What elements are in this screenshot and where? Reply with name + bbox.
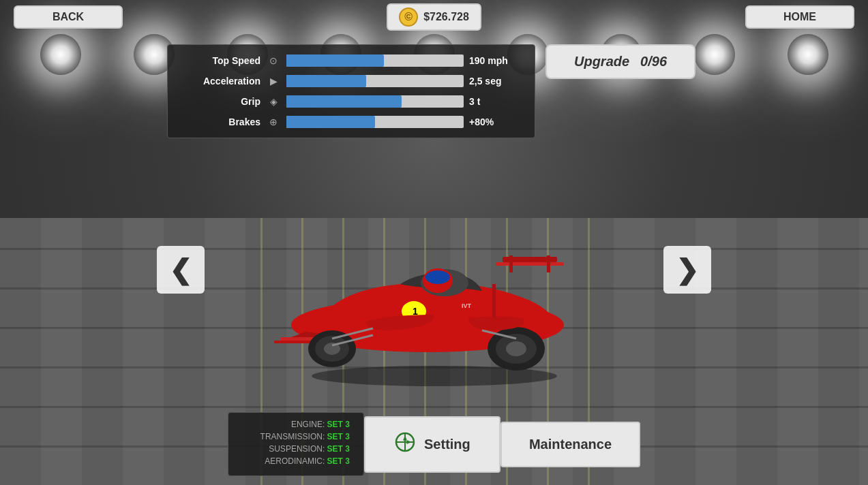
stat-row-grip: Grip ◈ 3 t: [179, 94, 524, 109]
stat-label-top-speed: Top Speed: [179, 55, 260, 66]
car-svg: 1 IVT: [264, 213, 605, 396]
light-8: [694, 34, 735, 75]
svg-text:IVT: IVT: [462, 302, 472, 309]
stat-bar-container-grip: [286, 95, 464, 108]
svg-marker-28: [406, 440, 412, 444]
svg-point-8: [425, 270, 450, 284]
upgrade-label: Upgrade: [574, 54, 629, 69]
stat-icon-top-speed: ⊙: [266, 53, 281, 68]
car-specs-panel: ENGINE: SET 3 TRANSMISSION: SET 3 SUSPEN…: [228, 412, 364, 476]
svg-marker-27: [403, 435, 407, 441]
stat-bar-fill-grip: [286, 95, 402, 108]
currency-icon: ©: [399, 7, 418, 27]
spec-value-aerodinamic: SET 3: [327, 456, 350, 466]
currency-amount: $726.728: [423, 11, 469, 23]
stat-icon-grip: ◈: [266, 94, 281, 109]
top-bar: BACK © $726.728 HOME: [0, 0, 868, 34]
spec-value-transmission: SET 3: [327, 432, 350, 441]
upgrade-panel[interactable]: Upgrade 0/96: [545, 44, 695, 79]
spec-row-transmission: TRANSMISSION: SET 3: [242, 432, 350, 441]
svg-point-15: [506, 341, 526, 356]
svg-rect-4: [547, 255, 550, 272]
nav-arrow-left[interactable]: ❮: [157, 246, 205, 294]
upgrade-value: 0/96: [640, 54, 667, 69]
stat-label-grip: Grip: [179, 96, 260, 107]
spec-value-suspension: SET 3: [327, 444, 350, 454]
bottom-panel: ENGINE: SET 3 TRANSMISSION: SET 3 SUSPEN…: [0, 403, 868, 485]
stat-bar-container-brakes: [286, 116, 464, 128]
stat-value-acceleration: 2,5 seg: [469, 76, 524, 87]
nav-arrow-right[interactable]: ❯: [663, 246, 711, 294]
back-button[interactable]: BACK: [14, 5, 123, 29]
stat-value-top-speed: 190 mph: [469, 55, 524, 66]
stat-value-grip: 3 t: [469, 96, 524, 107]
left-arrow-icon: ❮: [169, 254, 192, 285]
spec-row-aerodinamic: AERODINAMIC: SET 3: [242, 456, 350, 466]
stat-label-brakes: Brakes: [179, 116, 260, 127]
maintenance-button[interactable]: Maintenance: [500, 422, 640, 467]
stat-bar-fill-acceleration: [286, 75, 366, 87]
stat-row-top-speed: Top Speed ⊙ 190 mph: [179, 53, 524, 68]
setting-button[interactable]: Setting: [364, 416, 500, 473]
home-button[interactable]: HOME: [745, 5, 854, 29]
svg-rect-22: [492, 284, 496, 318]
stat-bar-container-acceleration: [286, 75, 464, 87]
right-arrow-icon: ❯: [676, 254, 699, 285]
car-display: 1 IVT: [264, 206, 605, 396]
stat-label-acceleration: Acceleration: [179, 76, 260, 87]
stat-row-acceleration: Acceleration ▶ 2,5 seg: [179, 74, 524, 89]
currency-display: © $726.728: [387, 3, 481, 31]
stat-bar-container-top-speed: [286, 54, 464, 67]
stat-row-brakes: Brakes ⊕ +80%: [179, 114, 524, 129]
svg-rect-3: [509, 255, 513, 272]
stats-panel: Top Speed ⊙ 190 mph Acceleration ▶ 2,5 s…: [167, 44, 535, 138]
setting-label: Setting: [424, 437, 470, 452]
spec-row-suspension: SUSPENSION: SET 3: [242, 444, 350, 454]
stat-bar-fill-top-speed: [286, 54, 384, 67]
stat-icon-brakes: ⊕: [266, 114, 281, 129]
setting-icon: [394, 431, 416, 458]
stat-icon-acceleration: ▶: [266, 74, 281, 89]
stat-bar-fill-brakes: [286, 116, 375, 128]
light-1: [40, 34, 81, 75]
spec-row-engine: ENGINE: SET 3: [242, 420, 350, 429]
light-9: [788, 34, 828, 75]
spec-value-engine: SET 3: [327, 420, 350, 429]
svg-rect-2: [496, 262, 564, 266]
stat-value-brakes: +80%: [469, 116, 524, 127]
